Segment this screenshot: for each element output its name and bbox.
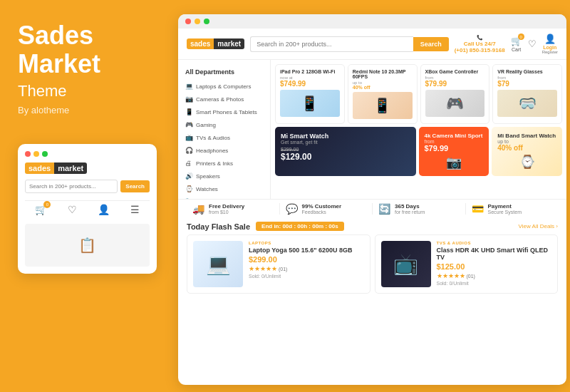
sidebar-item-speakers[interactable]: 🔊 Speakers	[178, 170, 270, 182]
left-branding-panel: Sades Market Theme By alotheme sades mar…	[0, 0, 175, 392]
product-card-xbox[interactable]: XBox Game Controller from $79.99 🎮	[420, 64, 490, 124]
sidebar-item-cameras[interactable]: 📷 Cameras & Photos	[178, 93, 270, 105]
flash-sale-title: Today Flash Sale	[187, 222, 250, 231]
brand-subtitle: Theme	[18, 82, 157, 100]
sidebar-item-headphones[interactable]: 🎧 Headphones	[178, 144, 270, 157]
header-icons: 🛒 0 Cart ♡ 👤 Login Register	[511, 33, 558, 54]
sidebar-item-gaming[interactable]: 🎮 Gaming	[178, 118, 270, 131]
dot-yellow	[33, 151, 39, 157]
content-with-sidebar: All Departments 💻 Laptops & Computers 📷 …	[178, 60, 566, 199]
mobile-search-input[interactable]	[25, 180, 118, 193]
feature-payment: 💳 Payment Secure System	[465, 203, 559, 215]
account-icon-item[interactable]: 👤 Login Register	[542, 33, 558, 54]
vr-image: 🥽	[497, 90, 557, 117]
flash-card-tv[interactable]: 📺 TVS & AUDIOS Class HDR 4K UHD Smart Wi…	[375, 234, 559, 294]
printers-icon: 🖨	[185, 160, 192, 167]
delivery-icon: 🚚	[192, 203, 204, 215]
header-logo: sades market	[187, 38, 244, 49]
dot-green	[42, 151, 48, 157]
titlebar-dot-yellow	[195, 19, 200, 24]
header-search: Search	[250, 36, 449, 52]
mobile-wishlist-icon[interactable]: ♡	[68, 204, 77, 215]
header-logo-sades: sades	[187, 38, 214, 49]
mobile-nav-row: 🛒 0 ♡ 👤 ☰	[25, 200, 150, 218]
mobile-preview-card: sades market Search 🛒 0 ♡ 👤 ☰ 📋	[18, 144, 157, 274]
dot-red	[25, 151, 31, 157]
cameras-icon: 📷	[185, 96, 192, 103]
wishlist-icon-item[interactable]: ♡	[528, 38, 537, 50]
heart-icon: ♡	[528, 38, 537, 49]
features-bar: 🚚 Free Delivery from $10 💬 99% Customer …	[178, 199, 566, 218]
sidebar-item-smartphones[interactable]: 📱 Smart Phones & Tablets	[178, 105, 270, 118]
watches-icon: ⌚	[185, 185, 192, 192]
smartphones-icon: 📱	[185, 108, 192, 115]
cart-icon-item[interactable]: 🛒 0 Cart	[511, 36, 522, 52]
mobile-cart-badge: 0	[43, 201, 51, 208]
mobile-menu-icon[interactable]: ☰	[130, 204, 140, 215]
mobile-search-row: Search	[25, 180, 150, 193]
product-card-4kcam[interactable]: 4k Camera Mini Sport from $79.99 📷	[419, 127, 489, 176]
mobile-cart-icon[interactable]: 🛒 0	[35, 204, 47, 215]
desktop-sidebar: All Departments 💻 Laptops & Computers 📷 …	[178, 60, 271, 199]
mobile-logo-market: market	[54, 163, 87, 174]
flash-card-laptop[interactable]: 💻 LAPTOPS Laptop Yoga 500 15.6" 6200U 8G…	[187, 234, 370, 294]
redmi-image: 📱	[353, 92, 413, 119]
desktop-preview: sades market Search 📞 Call Us 24/7 (+01)…	[178, 14, 566, 385]
titlebar-dot-green	[204, 19, 209, 24]
tvs-icon: 📺	[185, 134, 192, 141]
laptop-flash-image: 💻	[193, 241, 243, 287]
feature-free-delivery: 🚚 Free Delivery from $10	[187, 203, 279, 215]
header-call-info: 📞 Call Us 24/7 (+01) 850-315-9168	[455, 35, 505, 53]
mobile-search-button[interactable]: Search	[120, 180, 150, 192]
mobile-logo-sades: sades	[25, 163, 54, 174]
headphones-icon: 🎧	[185, 147, 192, 154]
feature-returns: 🔄 365 Days for free return	[372, 203, 465, 215]
product-card-redmi[interactable]: Redmi Note 10 20.3MP 60FPS up to 40% off…	[348, 64, 418, 124]
desktop-main-products: iPad Pro 2 128GB Wi-Fi now at $749.99 📱 …	[271, 60, 566, 199]
cart-badge: 0	[518, 33, 524, 40]
feature-customer: 💬 99% Customer Feedbacks	[279, 203, 373, 215]
customer-icon: 💬	[286, 203, 298, 215]
gaming-icon: 🎮	[185, 121, 192, 128]
flash-sale-bar: Today Flash Sale End in: 00d : 00h : 00m…	[178, 218, 566, 234]
product-card-vr[interactable]: VR Reality Glasses from $79 🥽	[492, 64, 562, 124]
product-card-ipad[interactable]: iPad Pro 2 128GB Wi-Fi now at $749.99 📱	[275, 64, 345, 124]
brand-title: Sades Market	[18, 21, 157, 78]
sidebar-item-watches[interactable]: ⌚ Watches	[178, 182, 270, 195]
ipad-image: 📱	[280, 90, 340, 117]
product-card-miwatch[interactable]: Mi Smart Watch Get smart, get fit $299.0…	[275, 127, 416, 176]
flash-sale-view-all[interactable]: View All Deals ›	[519, 223, 558, 229]
user-icon: 👤	[544, 33, 556, 44]
returns-icon: 🔄	[378, 203, 390, 215]
sidebar-item-tvs[interactable]: 📺 TVs & Audios	[178, 131, 270, 144]
header-logo-market: market	[214, 38, 244, 49]
mobile-user-icon[interactable]: 👤	[98, 204, 110, 215]
flash-sale-timer: End in: 00d : 00h : 00m : 00s	[256, 222, 344, 231]
xbox-image: 🎮	[425, 90, 485, 117]
sidebar-item-printers[interactable]: 🖨 Printers & Inks	[178, 157, 270, 170]
flash-products-grid: 💻 LAPTOPS Laptop Yoga 500 15.6" 6200U 8G…	[178, 234, 566, 299]
titlebar-dot-red	[185, 19, 191, 24]
brand-by: By alotheme	[18, 105, 157, 115]
sidebar-item-laptops[interactable]: 💻 Laptops & Computers	[178, 80, 270, 93]
desktop-titlebar	[178, 14, 566, 29]
mobile-image-placeholder: 📋	[25, 224, 150, 267]
header-search-input[interactable]	[250, 36, 413, 52]
product-card-miband[interactable]: Mi Band Smart Watch up to 40% off ⌚	[492, 127, 562, 176]
mobile-window-dots	[25, 151, 150, 157]
tv-flash-image: 📺	[381, 241, 431, 287]
desktop-header: sades market Search 📞 Call Us 24/7 (+01)…	[178, 29, 566, 60]
laptops-icon: 💻	[185, 83, 192, 90]
header-search-button[interactable]: Search	[413, 37, 449, 51]
speakers-icon: 🔊	[185, 172, 192, 180]
mobile-logo: sades market	[25, 163, 150, 174]
sidebar-title: All Departments	[178, 66, 270, 80]
payment-icon: 💳	[472, 203, 484, 215]
